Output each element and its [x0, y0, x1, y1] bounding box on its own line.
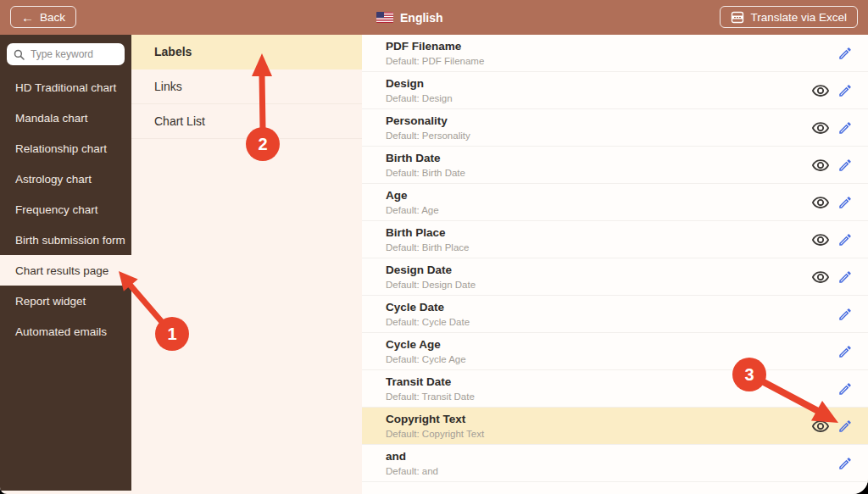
- label-row: Cycle Age Default: Cycle Age: [362, 333, 868, 370]
- translation-editor-window: ← Back English Translate via Excel: [0, 0, 868, 494]
- visibility-toggle-button[interactable]: [811, 417, 830, 436]
- label-default-value: Default: PDF Filename: [386, 56, 868, 66]
- edit-pencil-button[interactable]: [837, 46, 853, 61]
- excel-icon: [731, 11, 744, 24]
- sidebar-item-birth-submission-form[interactable]: Birth submission form: [0, 225, 131, 255]
- label-default-value: Default: Age: [386, 205, 868, 215]
- edit-pencil-button[interactable]: [837, 232, 853, 247]
- label-default-value: Default: Birth Place: [386, 242, 868, 253]
- label-title: PDF Filename: [386, 40, 868, 54]
- edit-pencil-button[interactable]: [837, 195, 853, 210]
- label-row: Design Date Default: Design Date: [362, 258, 868, 296]
- tab-links[interactable]: Links: [131, 69, 362, 104]
- chart-type-sidebar: HD Traditional chart Mandala chart Relat…: [0, 35, 131, 491]
- sidebar-item-relationship-chart[interactable]: Relationship chart: [0, 133, 131, 164]
- label-default-value: Default: Design: [386, 93, 868, 103]
- label-title: Design Date: [386, 264, 868, 278]
- label-row: Birth Place Default: Birth Place: [362, 221, 868, 258]
- label-default-value: Default: Birth Date: [386, 168, 868, 178]
- label-default-value: Default: Personality: [386, 130, 868, 141]
- sidebar-item-astrology-chart[interactable]: Astrology chart: [0, 164, 131, 194]
- edit-pencil-button[interactable]: [837, 269, 853, 285]
- edit-pencil-button[interactable]: [837, 83, 853, 98]
- us-flag-icon: [376, 12, 393, 23]
- label-default-value: Default: Cycle Date: [386, 317, 868, 327]
- section-tabs-column: Labels Links Chart List: [131, 35, 362, 494]
- edit-pencil-button[interactable]: [837, 344, 853, 359]
- label-title: and: [386, 450, 868, 464]
- label-title: Copyright Text: [386, 413, 868, 427]
- back-arrow-icon: ←: [21, 11, 34, 24]
- label-title: Birth Date: [386, 152, 868, 166]
- label-title: Cycle Age: [386, 338, 868, 352]
- label-row: Age Default: Age: [362, 184, 868, 221]
- label-title: Birth Place: [386, 226, 868, 241]
- sidebar-item-frequency-chart[interactable]: Frequency chart: [0, 194, 131, 225]
- label-title: Design: [386, 77, 868, 92]
- edit-pencil-button[interactable]: [837, 158, 853, 173]
- visibility-toggle-button[interactable]: [811, 119, 830, 137]
- label-default-value: Default: Cycle Age: [386, 354, 868, 364]
- edit-pencil-button[interactable]: [837, 381, 853, 397]
- tab-label: Labels: [154, 45, 192, 58]
- labels-list: PDF Filename Default: PDF Filename Desig…: [362, 35, 868, 494]
- search-input[interactable]: [29, 47, 118, 61]
- tab-label: Chart List: [154, 114, 205, 128]
- edit-pencil-button[interactable]: [837, 120, 853, 136]
- label-title: Age: [386, 189, 868, 203]
- keyword-search-box[interactable]: [7, 43, 125, 65]
- label-default-value: Default: Transit Date: [386, 391, 868, 402]
- back-button-label: Back: [40, 11, 65, 24]
- label-row: Design Default: Design: [362, 72, 868, 109]
- sidebar-item-label: HD Traditional chart: [15, 81, 116, 94]
- sidebar-item-hd-traditional-chart[interactable]: HD Traditional chart: [0, 72, 131, 103]
- tab-list: Labels Links Chart List: [131, 35, 362, 139]
- label-row: and Default: and: [362, 445, 868, 482]
- label-title: Cycle Date: [386, 301, 868, 315]
- sidebar-item-label: Report widget: [15, 295, 86, 308]
- back-button[interactable]: ← Back: [10, 6, 76, 28]
- sidebar-item-list: HD Traditional chart Mandala chart Relat…: [0, 72, 131, 347]
- edit-pencil-button[interactable]: [837, 419, 853, 434]
- translate-button-label: Translate via Excel: [750, 11, 847, 24]
- tab-label: Links: [154, 80, 182, 93]
- label-row: PDF Filename Default: PDF Filename: [362, 35, 868, 72]
- label-default-value: Default: and: [386, 466, 868, 476]
- visibility-toggle-button[interactable]: [811, 268, 830, 286]
- label-row: Transit Date Default: Transit Date: [362, 370, 868, 408]
- sidebar-item-automated-emails[interactable]: Automated emails: [0, 316, 131, 347]
- sidebar-item-label: Chart results page: [15, 264, 108, 277]
- search-icon: [14, 49, 25, 60]
- label-row: Cycle Date Default: Cycle Date: [362, 296, 868, 333]
- sidebar-item-mandala-chart[interactable]: Mandala chart: [0, 103, 131, 133]
- label-default-value: Default: Copyright Text: [386, 429, 868, 439]
- visibility-toggle-button[interactable]: [811, 230, 830, 249]
- sidebar-item-label: Astrology chart: [15, 173, 92, 186]
- tab-chart-list[interactable]: Chart List: [131, 104, 362, 139]
- translate-via-excel-button[interactable]: Translate via Excel: [720, 6, 858, 28]
- label-title: Personality: [386, 114, 868, 129]
- language-selector[interactable]: English: [376, 0, 443, 35]
- label-title: Transit Date: [386, 375, 868, 390]
- sidebar-item-label: Mandala chart: [15, 112, 88, 125]
- visibility-toggle-button[interactable]: [811, 156, 830, 175]
- label-row: Birth Date Default: Birth Date: [362, 147, 868, 184]
- label-row: Copyright Text Default: Copyright Text: [362, 408, 868, 445]
- sidebar-item-chart-results-page[interactable]: Chart results page: [0, 255, 131, 286]
- sidebar-item-label: Automated emails: [15, 325, 107, 338]
- sidebar-item-label: Birth submission form: [15, 234, 125, 247]
- label-row: Personality Default: Personality: [362, 109, 868, 147]
- tab-labels[interactable]: Labels: [131, 35, 362, 69]
- label-default-value: Default: Design Date: [386, 280, 868, 290]
- visibility-toggle-button[interactable]: [811, 193, 830, 212]
- top-bar: ← Back English Translate via Excel: [0, 0, 868, 35]
- sidebar-item-label: Frequency chart: [15, 203, 98, 216]
- language-label: English: [400, 11, 443, 25]
- sidebar-item-report-widget[interactable]: Report widget: [0, 286, 131, 316]
- sidebar-item-label: Relationship chart: [15, 142, 107, 155]
- edit-pencil-button[interactable]: [837, 307, 853, 322]
- edit-pencil-button[interactable]: [837, 456, 853, 471]
- visibility-toggle-button[interactable]: [811, 81, 830, 100]
